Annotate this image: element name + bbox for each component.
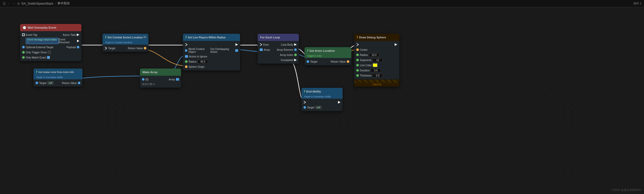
- tag-pill[interactable]: Event Montage Attack Melee ×: [26, 38, 59, 44]
- back-button[interactable]: ←: [7, 2, 11, 5]
- node-header-live-players: f Get Live Players Within Radius: [183, 34, 240, 41]
- node-row-tag-value: Event Montage Attack Melee × Event Recei…: [20, 37, 81, 45]
- node-header-wait: 🕐 Wait Gameplay Event: [20, 24, 81, 31]
- pin-exec-out-completed: [294, 59, 297, 61]
- pin-exec-in-end: [303, 101, 306, 104]
- node-body-actor-loc: Target Return Value: [304, 58, 351, 65]
- pin-line-color: [356, 64, 359, 66]
- node-row-event-tag: Event Tag Async Task: [20, 32, 81, 37]
- node-row-thickness: Thickness 0.0: [354, 73, 399, 78]
- node-draw-debug-sphere: f Draw Debug Sphere Center: [354, 34, 399, 87]
- pin-exec-in-wait: [22, 33, 25, 36]
- node-row-foreach-completed: Completed: [258, 57, 299, 63]
- version-label: 插件 1: [633, 2, 641, 5]
- pin-only-trigger: [22, 51, 25, 54]
- node-subtitle-avatar: Target is Gameplay Ability: [33, 76, 82, 79]
- node-make-array: Make Array [0] Array 添加引脚 ⊕: [140, 69, 181, 88]
- pin-avatar-target-in: [36, 82, 38, 84]
- node-row-end-target: Target self: [301, 105, 343, 110]
- node-row-line-color: Line Color: [354, 63, 399, 68]
- pin-actors-ignore: [185, 55, 188, 58]
- checkbox-match-exact[interactable]: ✓: [47, 56, 50, 59]
- dev-only-label: 仅限开发: [354, 83, 399, 87]
- pin-out-overlapping: [235, 49, 238, 52]
- pin-exec-in-debug: [356, 43, 359, 46]
- node-row-array-0: [0] Array: [140, 77, 181, 82]
- pin-exec-out-async: [77, 33, 79, 36]
- checkbox-trigger-once[interactable]: [48, 51, 51, 54]
- function-icon-debug: f: [357, 36, 358, 39]
- pin-sphere-origin: [185, 65, 188, 68]
- dev-only-strip: [354, 80, 399, 83]
- pin-radius: [185, 60, 188, 63]
- function-icon-end: f: [304, 90, 305, 93]
- breadcrumb-title: GA_GoblinSpearAttack: [21, 2, 53, 5]
- node-for-each-loop: For Each Loop Exec Loop Body Array: [258, 34, 299, 64]
- function-icon-live: f: [185, 36, 187, 39]
- debug-radius-input[interactable]: 15.0: [369, 53, 379, 57]
- node-body-combat: Target Return Value: [103, 45, 148, 52]
- menu-icon[interactable]: ☰: [3, 2, 6, 6]
- pin-center: [356, 48, 359, 51]
- envelope-icon: ✉: [143, 35, 146, 39]
- node-body-make-array: [0] Array 添加引脚 ⊕: [140, 76, 181, 88]
- node-row-center: Center: [354, 47, 399, 52]
- function-icon-combat: f: [105, 36, 106, 39]
- pin-array-index-out: [294, 54, 297, 56]
- node-body-debug: Center Radius 15.0 Segments 12: [354, 41, 399, 79]
- pin-thickness: [356, 74, 359, 77]
- node-body-live-players: World Context Object Out Overlapping Act…: [183, 41, 240, 70]
- radius-input[interactable]: 45.0: [198, 60, 208, 64]
- node-body-avatar: Target self Return Value: [33, 79, 82, 87]
- segments-input[interactable]: 12: [372, 58, 383, 62]
- pin-exec-out-end: [338, 101, 341, 104]
- node-get-combat: f Get Combat Socket Location Target is C…: [103, 34, 148, 52]
- pin-array-0-in: [142, 78, 145, 81]
- thickness-input[interactable]: 0.0: [372, 74, 383, 78]
- pin-array-out: [176, 78, 179, 81]
- node-row-combat-io: Target Return Value: [103, 46, 148, 51]
- node-get-actor-location: f Get Actor Location Target is Actor Tar…: [304, 47, 351, 65]
- pin-actor-loc-return: [347, 60, 349, 63]
- pin-exec-out-loopbody: [294, 43, 297, 46]
- breadcrumb-area: ☰ ← → ⊞ GA_GoblinSpearAttack › 事件图表: [3, 1, 631, 6]
- node-header-make-array: Make Array: [140, 69, 181, 76]
- node-end-ability: f End Ability Target is Gameplay Ability…: [301, 88, 343, 111]
- breadcrumb-page: 事件图表: [57, 1, 70, 6]
- node-row-actor-loc-io: Target Return Value: [304, 59, 351, 64]
- add-pin-button[interactable]: 添加引脚 ⊕: [140, 82, 181, 87]
- node-row-live-exec: [183, 42, 240, 47]
- node-row-sphere-origin: Sphere Origin: [183, 64, 240, 69]
- pin-segments: [356, 59, 359, 61]
- pin-exec-in-foreach: [260, 43, 262, 46]
- pin-avatar-return: [78, 82, 80, 84]
- pin-actor-loc-target: [307, 60, 309, 63]
- pin-debug-radius: [356, 54, 359, 56]
- node-body-wait: Event Tag Async Task Event Montage Attac…: [20, 31, 81, 61]
- forward-button[interactable]: →: [12, 2, 16, 5]
- node-row-duration: Duration 3.0: [354, 68, 399, 73]
- duration-input[interactable]: 3.0: [371, 69, 381, 72]
- node-row-trigger-once: Only Trigger Once: [20, 50, 81, 55]
- node-header-debug: f Draw Debug Sphere: [354, 34, 399, 41]
- node-row-debug-radius: Radius 15.0: [354, 52, 399, 57]
- pin-array-element-out: [294, 48, 297, 51]
- node-wait-gameplay-event: 🕐 Wait Gameplay Event Event Tag Async Ta…: [20, 24, 81, 61]
- node-row-radius: Radius 45.0: [183, 59, 240, 64]
- node-row-debug-exec: [354, 42, 399, 47]
- function-icon-avatar: f: [36, 70, 37, 74]
- node-row-foreach-array: Array Array Element: [258, 47, 299, 52]
- node-get-live-players: f Get Live Players Within Radius World C…: [183, 34, 240, 70]
- pin-exec-in-combat: [105, 47, 107, 49]
- pin-exec-in-live: [185, 43, 188, 46]
- function-icon-actor-loc: f: [307, 49, 308, 53]
- node-get-avatar: f Get Avatar Actor from Actor Info Targe…: [33, 69, 82, 87]
- node-subtitle-combat: Target is Combat Interface: [103, 41, 148, 45]
- pin-foreach-array-in: [260, 48, 263, 51]
- color-swatch[interactable]: [373, 63, 377, 67]
- clock-icon: 🕐: [23, 26, 26, 29]
- top-bar: ☰ ← → ⊞ GA_GoblinSpearAttack › 事件图表 插件 1: [0, 0, 644, 7]
- node-subtitle-end-ability: Target is Gameplay Ability: [301, 95, 343, 99]
- pin-exec-out-event-received: [77, 40, 80, 42]
- node-row-world-context: World Context Object Out Overlapping Act…: [183, 47, 240, 54]
